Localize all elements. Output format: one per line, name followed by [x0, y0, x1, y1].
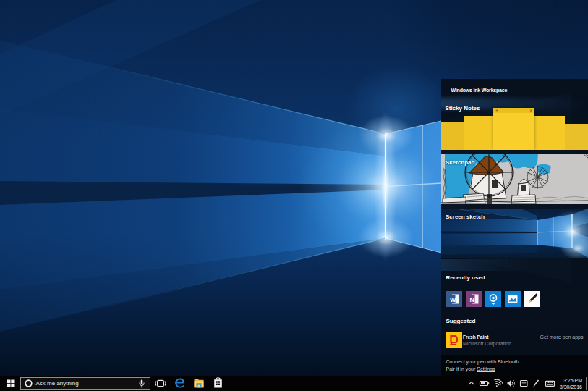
svg-text:W: W — [450, 296, 456, 303]
svg-text:N: N — [470, 296, 475, 303]
